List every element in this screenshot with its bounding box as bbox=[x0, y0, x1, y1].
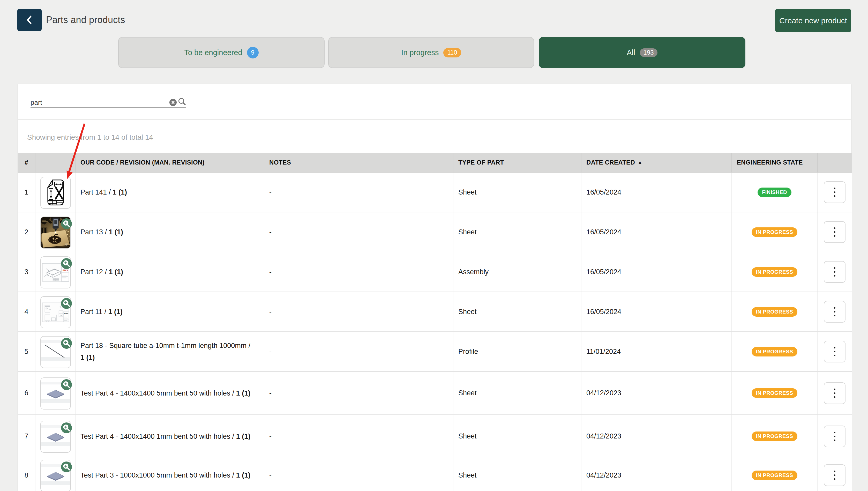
row-actions bbox=[817, 458, 852, 491]
svg-text:RWS: RWS bbox=[64, 312, 68, 315]
tab-all[interactable]: All 193 bbox=[539, 37, 745, 68]
row-index: 1 bbox=[18, 172, 35, 212]
col-header-date[interactable]: DATE CREATED▲ bbox=[581, 153, 732, 172]
row-state: IN PROGRESS bbox=[732, 372, 817, 415]
sort-asc-icon: ▲ bbox=[637, 160, 642, 165]
zoom-image-button[interactable] bbox=[61, 379, 72, 390]
table-row-8: 8 bbox=[18, 458, 852, 491]
table-row-4: 4 bbox=[18, 292, 852, 331]
drawing-placeholder-icon[interactable] bbox=[40, 177, 71, 209]
row-code[interactable]: Part 13 / 1 (1) bbox=[75, 212, 264, 252]
row-index: 2 bbox=[18, 212, 35, 252]
search-section bbox=[18, 84, 851, 120]
row-menu-button[interactable] bbox=[824, 221, 845, 243]
row-code[interactable]: Test Part 3 - 1000x1000 5mm bent 50 with… bbox=[75, 458, 264, 491]
table-row-3: 3 bbox=[18, 252, 852, 292]
status-badge: IN PROGRESS bbox=[752, 307, 798, 317]
chevron-left-icon bbox=[24, 15, 35, 25]
row-actions bbox=[817, 415, 852, 458]
row-index: 3 bbox=[18, 252, 35, 292]
svg-text:RWS: RWS bbox=[63, 269, 68, 271]
tab-count-badge: 9 bbox=[247, 47, 259, 58]
row-menu-button[interactable] bbox=[824, 181, 845, 203]
tab-label: To be engineered bbox=[184, 48, 242, 57]
zoom-image-button[interactable] bbox=[61, 218, 72, 229]
row-date: 04/12/2023 bbox=[581, 415, 732, 458]
row-type: Sheet bbox=[453, 458, 581, 491]
row-date: 04/12/2023 bbox=[581, 372, 732, 415]
create-new-product-button[interactable]: Create new product bbox=[775, 9, 851, 32]
row-state: IN PROGRESS bbox=[732, 292, 817, 331]
row-index: 5 bbox=[18, 331, 35, 372]
row-code[interactable]: Part 11 / 1 (1) bbox=[75, 292, 264, 331]
col-header-code[interactable]: OUR CODE / REVISION (MAN. REVISION) bbox=[75, 153, 264, 172]
zoom-image-button[interactable] bbox=[61, 258, 72, 269]
row-date: 16/05/2024 bbox=[581, 172, 732, 212]
col-header-type[interactable]: TYPE OF PART bbox=[453, 153, 581, 172]
results-summary: Showing entries from 1 to 14 of total 14 bbox=[27, 133, 153, 142]
content-card: Showing entries from 1 to 14 of total 14… bbox=[18, 84, 851, 491]
row-code[interactable]: Part 18 - Square tube a-10mm t-1mm lengt… bbox=[75, 331, 264, 372]
row-menu-button[interactable] bbox=[824, 464, 845, 486]
row-notes: - bbox=[264, 415, 453, 458]
tab-label: In progress bbox=[401, 48, 439, 57]
row-type: Sheet bbox=[453, 212, 581, 252]
row-menu-button[interactable] bbox=[824, 261, 845, 283]
col-header-image bbox=[35, 153, 75, 172]
parts-and-products-page: Parts and products Create new product To… bbox=[0, 0, 868, 491]
col-header-num: # bbox=[18, 153, 35, 172]
row-notes: - bbox=[264, 458, 453, 491]
col-header-notes[interactable]: NOTES bbox=[264, 153, 453, 172]
row-code[interactable]: Test Part 4 - 1400x1400 1mm bent 50 with… bbox=[75, 415, 264, 458]
row-thumbnail-cell bbox=[35, 212, 75, 252]
tab-count-badge: 110 bbox=[443, 48, 461, 57]
clear-search-icon[interactable] bbox=[170, 99, 177, 106]
search-input[interactable] bbox=[31, 98, 175, 107]
row-date: 11/01/2024 bbox=[581, 331, 732, 372]
table-row-1: 1 bbox=[18, 172, 852, 212]
back-button[interactable] bbox=[17, 9, 42, 31]
row-notes: - bbox=[264, 212, 453, 252]
table-row-6: 6 bbox=[18, 372, 852, 415]
status-badge: FINISHED bbox=[757, 187, 791, 197]
zoom-image-button[interactable] bbox=[61, 462, 72, 472]
col-header-actions bbox=[817, 153, 852, 172]
zoom-image-button[interactable] bbox=[61, 298, 72, 309]
tab-in-progress[interactable]: In progress 110 bbox=[328, 37, 534, 68]
row-menu-button[interactable] bbox=[824, 341, 845, 363]
row-state: IN PROGRESS bbox=[732, 458, 817, 491]
zoom-image-button[interactable] bbox=[61, 423, 72, 433]
row-state: IN PROGRESS bbox=[732, 252, 817, 292]
row-notes: - bbox=[264, 292, 453, 331]
row-type: Assembly bbox=[453, 252, 581, 292]
tab-to-be-engineered[interactable]: To be engineered 9 bbox=[118, 37, 325, 68]
row-state: IN PROGRESS bbox=[732, 212, 817, 252]
row-index: 4 bbox=[18, 292, 35, 331]
row-index: 6 bbox=[18, 372, 35, 415]
row-thumbnail-cell bbox=[35, 458, 75, 491]
search-icon[interactable] bbox=[178, 97, 187, 108]
row-notes: - bbox=[264, 172, 453, 212]
col-header-state[interactable]: ENGINEERING STATE bbox=[732, 153, 817, 172]
row-notes: - bbox=[264, 331, 453, 372]
row-code[interactable]: Part 12 / 1 (1) bbox=[75, 252, 264, 292]
status-badge: IN PROGRESS bbox=[752, 267, 798, 277]
tab-label: All bbox=[627, 48, 635, 57]
row-menu-button[interactable] bbox=[824, 382, 845, 404]
row-menu-button[interactable] bbox=[824, 426, 845, 447]
status-badge: IN PROGRESS bbox=[752, 432, 798, 441]
row-thumbnail-cell bbox=[35, 331, 75, 372]
row-state: IN PROGRESS bbox=[732, 331, 817, 372]
row-code[interactable]: Test Part 4 - 1400x1400 5mm bent 50 with… bbox=[75, 372, 264, 415]
status-badge: IN PROGRESS bbox=[752, 388, 798, 398]
status-badge: IN PROGRESS bbox=[752, 470, 798, 480]
table-row-7: 7 bbox=[18, 415, 852, 458]
row-type: Sheet bbox=[453, 372, 581, 415]
row-type: Sheet bbox=[453, 292, 581, 331]
row-state: FINISHED bbox=[732, 172, 817, 212]
row-code[interactable]: Part 141 / 1 (1) bbox=[75, 172, 264, 212]
search-underline bbox=[31, 107, 186, 108]
zoom-image-button[interactable] bbox=[61, 338, 72, 349]
row-menu-button[interactable] bbox=[824, 301, 845, 323]
tab-count-badge: 193 bbox=[640, 48, 657, 57]
